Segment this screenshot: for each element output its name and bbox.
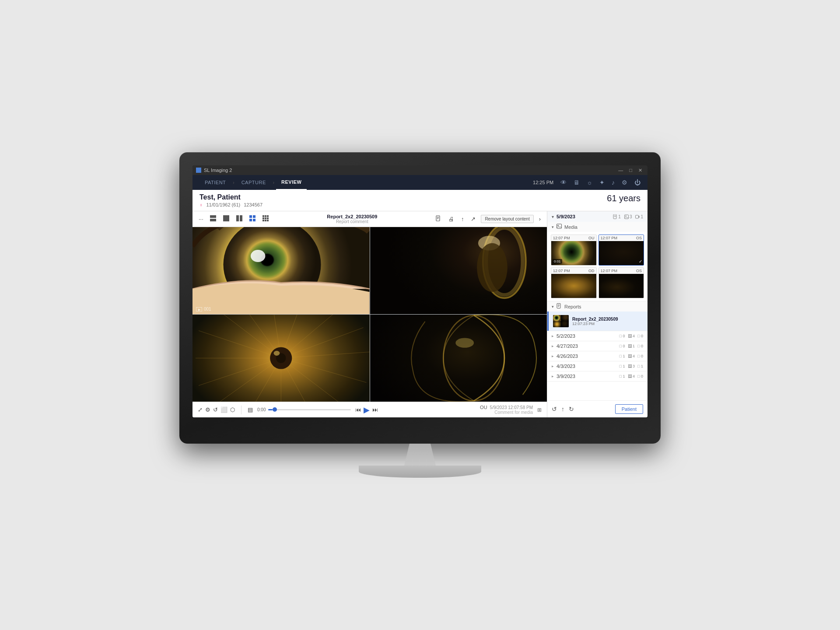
image-cell-3[interactable] [192,315,370,402]
date-section-2[interactable]: ▸ 5/2/2023 □ 0 🖼 4 □ 0 [547,331,648,341]
svg-rect-6 [253,215,256,218]
image-cell-2[interactable] [370,227,547,314]
image-grid: ▶ 001 [192,227,547,402]
nav-tab-review[interactable]: REVIEW [276,175,307,190]
action-share-button[interactable]: ↑ [561,406,564,413]
date-header-left-1: ▾ 5/9/2023 [552,214,575,219]
collapsed-chevron-5: ▸ [552,364,554,368]
right-panel: ▾ 5/9/2023 1 [547,211,648,417]
volume-icon[interactable]: ♪ [612,179,615,186]
collapse-button[interactable]: › [537,215,542,223]
svg-rect-59 [557,224,562,228]
layout-single-button[interactable] [221,214,231,224]
svg-rect-1 [210,219,216,221]
thumb-item-4[interactable]: 12:07 PM OS [598,267,644,298]
next-button[interactable]: ⏭ [372,406,378,413]
svg-rect-14 [267,217,269,219]
progress-bar[interactable] [268,409,350,410]
patient-button[interactable]: Patient [615,404,643,414]
monitor-bezel: SL Imaging 2 — □ ✕ PATIENT › CAPTURE › R… [179,152,661,444]
settings-icon[interactable]: ⚙ [622,179,627,186]
reports-section-label: Reports [564,304,581,309]
reports-section-header[interactable]: ▾ Reports [547,301,648,312]
remove-layout-button[interactable]: Remove layout content [481,215,533,223]
thumb-label-3: 12:07 PM OD [551,268,596,274]
action-icons: ↺ ↑ ↻ [552,406,574,413]
action-refresh-button[interactable]: ↻ [569,406,574,413]
rthumb-q4 [561,321,569,327]
svg-rect-5 [249,215,252,218]
layout-1col-button[interactable] [208,214,218,224]
stand-base [359,466,481,478]
thumb-check-2: ✓ [639,259,642,264]
count-vid-1: 1 [635,214,643,219]
media-chevron: ▾ [552,225,554,229]
thumb-time-1: 12:07 PM [553,236,570,240]
nav-tab-capture[interactable]: CAPTURE [236,175,271,190]
collapsed-chevron-6: ▸ [552,374,554,378]
svg-rect-61 [557,304,560,308]
undo-button[interactable]: ↺ [213,406,218,413]
collapsed-counts-5: □ 1 🖼 3 □ 1 [620,364,643,368]
layout-2col-button[interactable] [234,214,245,224]
more-options-button[interactable]: ··· [197,215,205,223]
sun-icon[interactable]: ✦ [599,179,605,186]
layout-2x2-button[interactable] [247,214,258,224]
date-section-4[interactable]: ▸ 4/26/2023 □ 1 🖼 4 □ 0 [547,351,648,361]
count-d4-img: 🖼 4 [628,354,635,358]
thumb-label-4: 12:07 PM OS [599,268,644,274]
thumb-eye-3: OD [588,269,595,273]
layout-grid-button[interactable] [260,214,271,224]
svg-point-48 [274,351,280,356]
collapsed-left-4: ▸ 4/26/2023 [552,354,578,359]
svg-point-51 [455,338,474,347]
media-section-header[interactable]: ▾ Media [547,222,648,232]
date-header-1[interactable]: ▾ 5/9/2023 1 [547,211,648,222]
power-icon[interactable]: ⏻ [634,179,640,186]
snapshot-button[interactable]: ⬜ [220,406,228,413]
share-button[interactable]: ↗ [469,215,477,223]
media-icon [556,224,562,230]
play-button[interactable]: ▶ [364,405,370,415]
prev-button[interactable]: ⏮ [355,406,361,413]
fullscreen-button[interactable]: ⤢ [198,406,203,413]
thumb-item-3[interactable]: 12:07 PM OD [551,267,597,298]
title-bar-left: SL Imaging 2 [196,168,232,173]
minimize-button[interactable]: — [616,168,625,173]
toolbar-right: 🖨 ↑ ↗ Remove layout content › [434,214,542,224]
image-cell-4[interactable]: OU [370,315,547,402]
collapsed-label-2: 5/2/2023 [556,333,575,339]
video-icon-pb: ▤ [248,406,253,413]
right-panel-scroll: ▾ 5/9/2023 1 [547,211,648,400]
media-eye-label: OU [480,405,487,410]
brightness-icon[interactable]: ☼ [587,179,592,186]
nav-bar: PATIENT › CAPTURE › REVIEW 12:25 PM 👁 🖥 … [192,175,648,190]
svg-rect-17 [267,220,269,221]
reports-section: ▾ Reports [547,301,648,331]
report-item-1[interactable]: Report_2x2_20230509 12:07:23 PM [547,312,648,331]
thumbnails-grid: 12:07 PM OU 0:01 [547,232,648,301]
collapsed-label-3: 4/27/2023 [556,343,578,349]
patient-info: Test, Patient ♀ 11/01/1962 (61) 1234567 [200,193,262,207]
collapsed-left-5: ▸ 4/3/2023 [552,364,575,369]
collapsed-left-6: ▸ 3/9/2023 [552,374,575,379]
thumb-item-2[interactable]: 12:07 PM OS ✓ [598,234,644,266]
image-cell-1[interactable]: ▶ 001 [192,227,370,314]
export-button[interactable]: ↑ [459,215,466,223]
date-section-5[interactable]: ▸ 4/3/2023 □ 1 🖼 3 □ 1 [547,361,648,371]
copy-button[interactable]: ⬡ [230,406,235,413]
close-button[interactable]: ✕ [637,168,644,173]
action-back-button[interactable]: ↺ [552,406,557,413]
count-d6-img: 🖼 4 [628,374,635,378]
date-section-3[interactable]: ▸ 4/27/2023 □ 0 🖼 1 □ 0 [547,341,648,351]
print-button[interactable]: 🖨 [447,215,456,223]
settings-button[interactable]: ⚙ [205,406,210,413]
viewer-panel: ··· [192,211,547,417]
nav-tab-patient[interactable]: PATIENT [200,175,231,190]
date-section-6[interactable]: ▸ 3/9/2023 □ 1 🖼 4 □ 0 [547,371,648,382]
maximize-button[interactable]: □ [627,168,634,173]
thumb-item-1[interactable]: 12:07 PM OU 0:01 [551,234,597,266]
cell-1-label: ▶ 001 [196,307,211,312]
channel-button[interactable]: ⊞ [537,407,542,413]
nav-time: 12:25 PM [533,180,553,185]
